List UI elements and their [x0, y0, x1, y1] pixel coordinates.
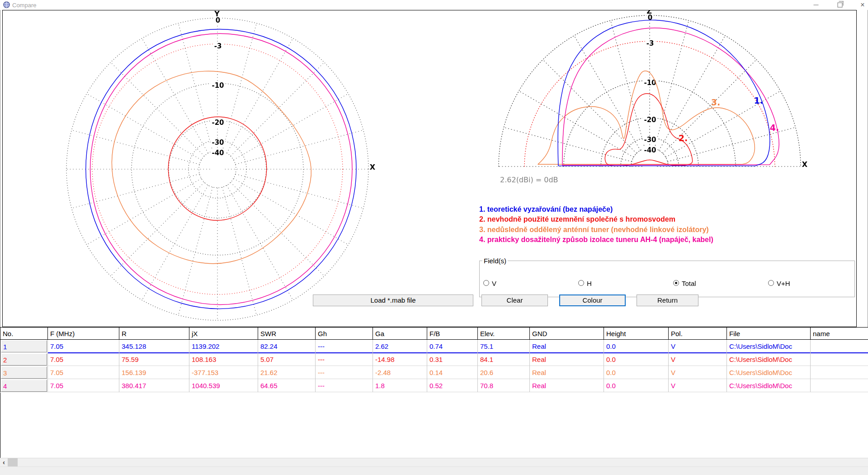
cell-jx[interactable]: 1139.202 — [189, 340, 258, 353]
cell-pol[interactable]: V — [668, 366, 726, 379]
close-icon: × — [860, 1, 864, 9]
cell-file[interactable]: C:\Users\SidloM\Doc — [726, 340, 810, 353]
field-option-label: V — [492, 280, 496, 287]
legend-item: 4. prakticky dosažitelný způsob izolace … — [479, 235, 859, 245]
header-border — [0, 339, 868, 340]
cell-fb[interactable]: 0.52 — [427, 379, 477, 392]
cell-pol[interactable]: V — [668, 379, 726, 392]
h-scrollbar[interactable]: ‹ — [0, 458, 868, 466]
column-header-pol: Pol. — [668, 328, 726, 340]
cell-ga[interactable]: 2.62 — [373, 340, 427, 353]
data-grid-line — [726, 340, 727, 392]
column-header-height: Height — [604, 328, 668, 340]
cell-jx[interactable]: 108.163 — [189, 353, 258, 366]
cell-gnd[interactable]: Real — [529, 379, 604, 392]
cell-gnd[interactable]: Real — [529, 353, 604, 366]
data-grid-line — [258, 340, 258, 392]
cell-pol[interactable]: V — [668, 353, 726, 366]
radio-dot — [675, 282, 677, 284]
cell-gh[interactable]: --- — [315, 379, 373, 392]
cell-fmhz[interactable]: 7.05 — [47, 353, 119, 366]
minimize-button[interactable] — [809, 0, 823, 10]
radio-icon — [578, 280, 584, 286]
table-left-border — [0, 327, 0, 392]
cell-elev[interactable]: 20.6 — [477, 366, 529, 379]
cell-r[interactable]: 380.417 — [119, 379, 189, 392]
row-number[interactable]: 1 — [1, 340, 47, 352]
column-header-fb: F/B — [427, 328, 477, 340]
column-header-file: File — [726, 328, 810, 340]
cell-fmhz[interactable]: 7.05 — [47, 340, 119, 353]
column-header-fmhz: F (MHz) — [47, 328, 119, 340]
cell-pol[interactable]: V — [668, 340, 726, 353]
cell-fb[interactable]: 0.31 — [427, 353, 477, 366]
cell-file[interactable]: C:\Users\SidloM\Doc — [726, 379, 810, 392]
column-header-no: No. — [0, 328, 47, 340]
cell-gh[interactable]: --- — [315, 353, 373, 366]
load-mab-file-button[interactable]: Load *.mab file — [313, 294, 473, 306]
cell-height[interactable]: 0.0 — [604, 379, 668, 392]
column-header-elev: Elev. — [477, 328, 529, 340]
column-header-r: R — [119, 328, 189, 340]
cell-name[interactable] — [810, 366, 868, 379]
cell-name[interactable] — [810, 340, 868, 353]
cell-gnd[interactable]: Real — [529, 366, 604, 379]
cell-name[interactable] — [810, 353, 868, 366]
return-button[interactable]: Return — [637, 294, 698, 306]
header-grid-line — [258, 327, 258, 340]
cell-fmhz[interactable]: 7.05 — [47, 379, 119, 392]
cell-name[interactable] — [810, 379, 868, 392]
data-grid-line — [119, 340, 119, 392]
cell-ga[interactable]: -2.48 — [373, 366, 427, 379]
cell-swr[interactable]: 5.07 — [258, 353, 315, 366]
header-grid-line — [189, 327, 189, 340]
data-grid-line — [668, 340, 669, 392]
cell-fb[interactable]: 0.74 — [427, 340, 477, 353]
field-option-label: V+H — [777, 280, 790, 287]
field-option-total[interactable]: Total — [673, 280, 727, 287]
close-button[interactable]: × — [856, 0, 868, 10]
data-grid-line — [529, 340, 530, 392]
row-number[interactable]: 3 — [1, 366, 47, 379]
cell-jx[interactable]: -377.153 — [189, 366, 258, 379]
cell-height[interactable]: 0.0 — [604, 340, 668, 353]
cell-elev[interactable]: 84.1 — [477, 353, 529, 366]
cell-elev[interactable]: 70.8 — [477, 379, 529, 392]
cell-r[interactable]: 345.128 — [119, 340, 189, 353]
header-grid-line — [604, 327, 604, 340]
cell-elev[interactable]: 75.1 — [477, 340, 529, 353]
cell-height[interactable]: 0.0 — [604, 366, 668, 379]
cell-swr[interactable]: 64.65 — [258, 379, 315, 392]
restore-button[interactable] — [833, 0, 847, 10]
restore-icon — [838, 3, 843, 8]
cell-gh[interactable]: --- — [315, 366, 373, 379]
cell-file[interactable]: C:\Users\SidloM\Doc — [726, 366, 810, 379]
header-grid-line — [47, 327, 48, 340]
fields-groupbox: Field(s) VHTotalV+H — [479, 261, 855, 297]
colour-button[interactable]: Colour — [559, 294, 626, 306]
cell-swr[interactable]: 82.24 — [258, 340, 315, 353]
cell-r[interactable]: 156.139 — [119, 366, 189, 379]
cell-swr[interactable]: 21.62 — [258, 366, 315, 379]
clear-button[interactable]: Clear — [481, 294, 548, 306]
field-option-v[interactable]: V — [483, 280, 538, 287]
row-number[interactable]: 2 — [1, 353, 47, 366]
row-number[interactable]: 4 — [1, 380, 47, 392]
scroll-left-arrow-icon[interactable]: ‹ — [0, 458, 8, 466]
titlebar: Compare × — [0, 0, 868, 10]
field-option-v+h[interactable]: V+H — [768, 280, 822, 287]
h-scrollbar-thumb[interactable] — [8, 458, 18, 466]
cell-r[interactable]: 75.59 — [119, 353, 189, 366]
cell-ga[interactable]: 1.8 — [373, 379, 427, 392]
cell-gh[interactable]: --- — [315, 340, 373, 353]
cell-jx[interactable]: 1040.539 — [189, 379, 258, 392]
cell-fmhz[interactable]: 7.05 — [47, 366, 119, 379]
data-grid-line — [47, 340, 48, 392]
field-option-h[interactable]: H — [578, 280, 632, 287]
cell-gnd[interactable]: Real — [529, 340, 604, 353]
cell-ga[interactable]: -14.98 — [373, 353, 427, 366]
data-grid-line — [189, 340, 189, 392]
cell-height[interactable]: 0.0 — [604, 353, 668, 366]
cell-file[interactable]: C:\Users\SidloM\Doc — [726, 353, 810, 366]
cell-fb[interactable]: 0.14 — [427, 366, 477, 379]
